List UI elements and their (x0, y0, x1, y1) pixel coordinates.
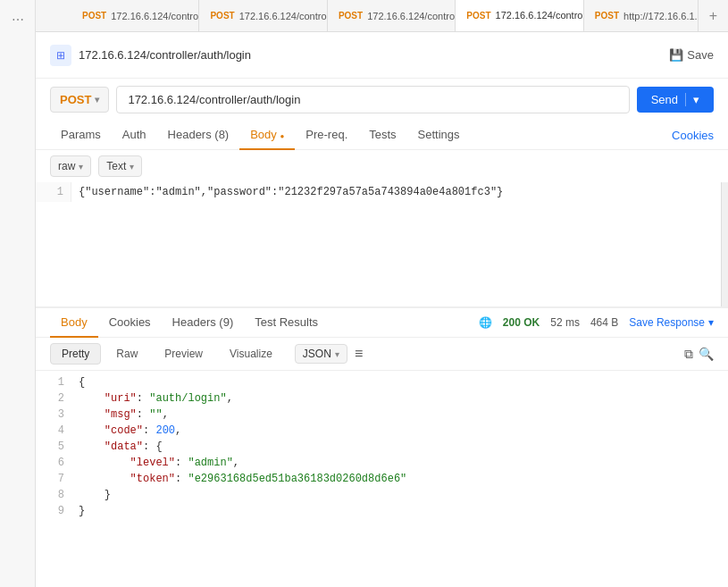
json-line-num-1: 1 (36, 374, 71, 390)
new-tab-button[interactable]: + (699, 8, 728, 24)
request-title: 172.16.6.124/controller/auth/login (79, 48, 669, 62)
json-line-content-9: } (71, 503, 728, 519)
method-label: POST (60, 93, 91, 106)
json-line-5: 5 "data": { (36, 439, 728, 455)
resp-tab-preview[interactable]: Preview (153, 343, 214, 365)
resp-toolbar-right: ⧉ 🔍 (684, 347, 714, 362)
response-meta: 🌐 200 OK 52 ms 464 B Save Response ▾ (479, 316, 714, 329)
raw-select[interactable]: raw ▾ (50, 155, 91, 177)
json-line-2: 2 "uri": "auth/login", (36, 390, 728, 407)
tab-method-5: POST (595, 11, 619, 21)
tab-method-1: POST (82, 11, 106, 21)
response-toolbar: Pretty Raw Preview Visualize JSON ▾ ≡ ⧉ … (36, 338, 728, 371)
tab-prereq[interactable]: Pre-req. (295, 121, 358, 150)
filter-icon[interactable]: ≡ (355, 346, 363, 362)
tab-5[interactable]: POST http://172.16.6.1... (584, 0, 699, 32)
raw-label: raw (58, 160, 75, 172)
line-content-1: {"username":"admin","password":"21232f29… (71, 182, 721, 202)
tab-method-4: POST (466, 11, 490, 21)
json-line-content-3: "msg": "", (71, 407, 728, 423)
request-icon: ⊞ (50, 45, 71, 66)
resp-tab-pretty[interactable]: Pretty (50, 343, 101, 365)
copy-icon[interactable]: ⧉ (684, 347, 693, 362)
save-disk-icon: 💾 (669, 48, 683, 62)
tab-url-1: 172.16.6.124/contro... (111, 11, 199, 21)
url-bar: ⊞ 172.16.6.124/controller/auth/login 💾 S… (36, 32, 728, 79)
response-time: 52 ms (550, 316, 580, 329)
scrollbar[interactable] (721, 182, 728, 306)
json-line-9: 9 } (36, 503, 728, 519)
json-line-content-8: } (71, 487, 728, 503)
text-label: Text (106, 160, 126, 172)
tab-3[interactable]: POST 172.16.6.124/contro... (328, 0, 456, 32)
nav-tabs: Params Auth Headers (8) Body ● Pre-req. … (36, 121, 728, 150)
method-select[interactable]: POST ▾ (50, 87, 109, 113)
json-line-content-1: { (71, 374, 728, 390)
tab-body[interactable]: Body ● (239, 121, 295, 150)
tab-2[interactable]: POST 172.16.6.124/contro... (199, 0, 327, 32)
json-line-content-4: "code": 200, (71, 423, 728, 439)
search-icon[interactable]: 🔍 (699, 347, 714, 362)
tab-url-3: 172.16.6.124/contro... (367, 11, 456, 21)
save-response-button[interactable]: Save Response ▾ (629, 316, 714, 329)
json-line-content-7: "token": "e2963168d5ed51ba36183d0260d8d6… (71, 471, 728, 487)
response-tab-test-results[interactable]: Test Results (244, 308, 329, 338)
sidebar-more-icon[interactable]: ⋯ (5, 7, 30, 32)
method-chevron-icon: ▾ (95, 95, 99, 105)
tab-1[interactable]: POST 172.16.6.124/contro... (71, 0, 199, 32)
json-format-select[interactable]: JSON ▾ (295, 344, 347, 364)
raw-chevron-icon: ▾ (79, 162, 83, 172)
json-line-num-5: 5 (36, 439, 71, 455)
request-bar: POST ▾ Send ▾ (36, 79, 728, 121)
text-format-select[interactable]: Text ▾ (98, 155, 142, 177)
tab-url-4: 172.16.6.124/contro... (496, 10, 584, 21)
tab-settings[interactable]: Settings (407, 121, 471, 150)
save-response-label: Save Response (629, 316, 705, 329)
json-line-num-7: 7 (36, 471, 71, 487)
cookies-link[interactable]: Cookies (672, 129, 714, 142)
globe-icon: 🌐 (479, 316, 492, 329)
request-body-editor[interactable]: 1 {"username":"admin","password":"21232f… (36, 182, 728, 307)
code-line-1: 1 {"username":"admin","password":"21232f… (36, 182, 721, 202)
tab-params[interactable]: Params (50, 121, 112, 150)
tab-auth[interactable]: Auth (112, 121, 157, 150)
tab-bar: POST 172.16.6.124/contro... POST 172.16.… (36, 0, 728, 32)
response-tab-cookies[interactable]: Cookies (98, 308, 162, 338)
json-response-viewer: 1 { 2 "uri": "auth/login", 3 "msg": "", … (36, 371, 728, 523)
response-tabs: Body Cookies Headers (9) Test Results 🌐 … (36, 307, 728, 338)
tab-method-3: POST (339, 11, 363, 21)
json-line-num-9: 9 (36, 503, 71, 519)
json-line-6: 6 "level": "admin", (36, 455, 728, 471)
resp-tab-visualize[interactable]: Visualize (218, 343, 284, 365)
status-badge: 200 OK (503, 316, 540, 329)
resp-tab-raw[interactable]: Raw (105, 343, 149, 365)
sidebar: ⋯ (0, 0, 36, 587)
response-tab-headers[interactable]: Headers (9) (162, 308, 245, 338)
json-line-content-2: "uri": "auth/login", (71, 390, 728, 407)
tab-method-2: POST (210, 11, 234, 21)
tab-4[interactable]: POST 172.16.6.124/contro... (456, 0, 583, 32)
json-line-7: 7 "token": "e2963168d5ed51ba36183d0260d8… (36, 471, 728, 487)
json-line-num-3: 3 (36, 407, 71, 423)
response-size: 464 B (590, 316, 618, 329)
json-line-num-4: 4 (36, 423, 71, 439)
tab-headers[interactable]: Headers (8) (157, 121, 240, 150)
line-number-1: 1 (36, 182, 71, 202)
json-line-1: 1 { (36, 374, 728, 390)
send-label: Send (651, 93, 678, 106)
save-response-arrow-icon: ▾ (708, 316, 714, 329)
json-line-3: 3 "msg": "", (36, 407, 728, 423)
text-chevron-icon: ▾ (130, 162, 134, 172)
json-line-4: 4 "code": 200, (36, 423, 728, 439)
json-line-content-6: "level": "admin", (71, 455, 728, 471)
response-tab-body[interactable]: Body (50, 308, 98, 338)
save-button[interactable]: 💾 Save (669, 48, 714, 62)
tab-tests[interactable]: Tests (358, 121, 406, 150)
send-arrow-icon[interactable]: ▾ (685, 93, 699, 106)
json-line-num-2: 2 (36, 390, 71, 407)
url-input[interactable] (116, 86, 629, 113)
json-chevron-icon: ▾ (335, 349, 339, 359)
json-line-num-6: 6 (36, 455, 71, 471)
send-button[interactable]: Send ▾ (637, 87, 714, 113)
json-line-num-8: 8 (36, 487, 71, 503)
